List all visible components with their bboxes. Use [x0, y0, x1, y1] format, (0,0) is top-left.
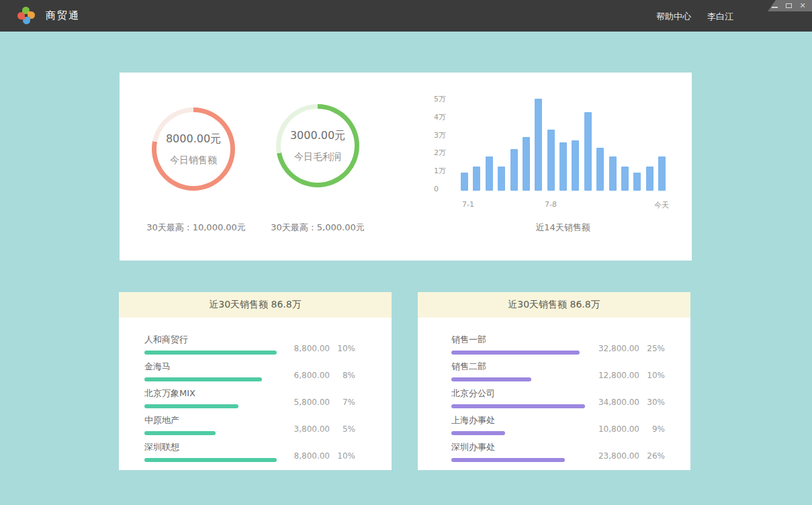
- item-label: 北京分公司: [451, 387, 585, 400]
- bar: [609, 156, 617, 191]
- item-percent: 8%: [330, 371, 355, 380]
- bar-chart-x-axis: 7-1 7-8 今天: [461, 200, 666, 211]
- item-percent: 10%: [639, 371, 665, 380]
- item-percent: 10%: [330, 451, 355, 461]
- item-amount: 32,800.00: [598, 344, 639, 353]
- bar: [584, 112, 592, 191]
- department-sales-panel-title: 近30天销售额 86.8万: [418, 292, 690, 318]
- item-label: 销售二部: [451, 361, 531, 373]
- y-tick: 3万: [434, 130, 446, 140]
- item-label: 金海马: [144, 361, 262, 373]
- item-bar: [144, 404, 238, 408]
- item-bar: [451, 458, 565, 462]
- list-item: 深圳办事处 23,800.00 26%: [451, 435, 665, 462]
- customer-sales-panel-title: 近30天销售额 86.8万: [119, 292, 392, 318]
- topbar-menu: 帮助中心 李白江: [656, 11, 733, 23]
- item-label: 人和商贸行: [144, 334, 277, 346]
- department-sales-list: 销售一部 32,800.00 25% 销售二部 12,800.00 10% 北京…: [418, 318, 690, 462]
- close-icon[interactable]: ✕: [799, 2, 807, 9]
- bar: [473, 167, 480, 191]
- item-amount: 23,800.00: [598, 451, 639, 461]
- list-item: 销售二部 12,800.00 10%: [451, 355, 665, 381]
- item-bar: [451, 377, 531, 381]
- item-bar: [451, 404, 585, 408]
- item-percent: 5%: [330, 424, 355, 434]
- app-title: 商贸通: [46, 9, 80, 22]
- today-profit-30day-max: 30天最高：5,000.00元: [230, 222, 405, 234]
- item-amount: 3,800.00: [294, 424, 330, 434]
- x-tick: 7-8: [545, 200, 557, 209]
- item-percent: 25%: [639, 344, 665, 353]
- item-amount: 5,800.00: [294, 398, 330, 407]
- list-item: 人和商贸行 8,800.00 10%: [144, 328, 355, 355]
- today-sales-label: 今日销售额: [170, 154, 217, 167]
- department-sales-panel: 近30天销售额 86.8万 销售一部 32,800.00 25% 销售二部 12…: [418, 292, 690, 470]
- customer-sales-panel: 近30天销售额 86.8万 人和商贸行 8,800.00 10% 金海马 6,8…: [119, 292, 392, 470]
- y-tick: 4万: [434, 112, 446, 122]
- item-label: 中原地产: [144, 414, 216, 426]
- list-item: 上海办事处 10,800.00 9%: [451, 408, 665, 435]
- item-bar: [451, 351, 580, 355]
- item-amount: 10,800.00: [598, 424, 639, 434]
- today-profit-donut-chart: 3000.00元 今日毛利润: [276, 104, 359, 187]
- item-bar: [144, 377, 262, 381]
- logo-petal-coral: [17, 12, 25, 19]
- item-amount: 8,800.00: [294, 344, 330, 353]
- customer-sales-list: 人和商贸行 8,800.00 10% 金海马 6,800.00 8% 北京万象M…: [119, 318, 392, 462]
- bar: [658, 156, 666, 191]
- list-item: 金海马 6,800.00 8%: [144, 355, 355, 381]
- bar-chart-caption: 近14天销售额: [476, 222, 650, 234]
- item-label: 销售一部: [451, 334, 580, 346]
- item-amount: 8,800.00: [294, 451, 330, 461]
- today-profit-donut-center: 3000.00元 今日毛利润: [281, 109, 355, 183]
- today-sales-donut-center: 8000.00元 今日销售额: [156, 112, 230, 186]
- list-item: 销售一部 32,800.00 25%: [451, 328, 665, 355]
- bar: [596, 148, 604, 191]
- help-center-link[interactable]: 帮助中心: [656, 11, 691, 23]
- item-percent: 30%: [639, 398, 665, 407]
- list-item: 深圳联想 8,800.00 10%: [144, 435, 355, 462]
- today-profit-value: 3000.00元: [290, 129, 345, 143]
- topbar: 商贸通 帮助中心 李白江 ✕: [0, 0, 812, 32]
- item-label: 深圳联想: [144, 441, 277, 453]
- bar: [535, 99, 542, 191]
- today-sales-value: 8000.00元: [166, 132, 221, 146]
- username-menu[interactable]: 李白江: [707, 11, 733, 23]
- item-percent: 9%: [639, 424, 665, 434]
- x-tick: 7-1: [462, 200, 474, 209]
- item-percent: 10%: [330, 344, 355, 353]
- bar: [572, 140, 579, 191]
- bar-chart-bars: [461, 99, 666, 191]
- window-controls: ✕: [768, 0, 812, 11]
- bar: [559, 142, 567, 191]
- item-bar: [144, 351, 277, 355]
- list-item: 北京万象MIX 5,800.00 7%: [144, 381, 355, 408]
- bar: [461, 173, 468, 191]
- bar: [621, 167, 629, 191]
- y-tick: 0: [434, 185, 439, 193]
- y-tick: 2万: [434, 148, 446, 158]
- x-tick: 今天: [654, 200, 669, 210]
- today-sales-donut-chart: 8000.00元 今日销售额: [152, 107, 235, 191]
- item-bar: [144, 431, 216, 435]
- list-item: 中原地产 3,800.00 5%: [144, 408, 355, 435]
- bar: [510, 149, 518, 191]
- app-logo-pinwheel-icon: [17, 7, 35, 24]
- item-bar: [451, 431, 505, 435]
- bar: [633, 173, 641, 191]
- item-percent: 26%: [639, 451, 665, 461]
- item-bar: [144, 458, 277, 462]
- bar: [547, 130, 555, 191]
- today-profit-label: 今日毛利润: [294, 151, 341, 163]
- minimize-icon[interactable]: [770, 2, 778, 9]
- list-item: 北京分公司 34,800.00 30%: [451, 381, 665, 408]
- item-label: 深圳办事处: [451, 441, 565, 453]
- maximize-icon[interactable]: [784, 2, 793, 9]
- bar: [646, 167, 653, 191]
- overview-panel: 8000.00元 今日销售额 30天最高：10,000.00元 3000.00元…: [120, 73, 692, 261]
- bar: [498, 167, 505, 191]
- y-tick: 5万: [434, 94, 446, 104]
- bar: [486, 156, 493, 191]
- bar: [523, 137, 530, 191]
- item-amount: 34,800.00: [598, 398, 639, 407]
